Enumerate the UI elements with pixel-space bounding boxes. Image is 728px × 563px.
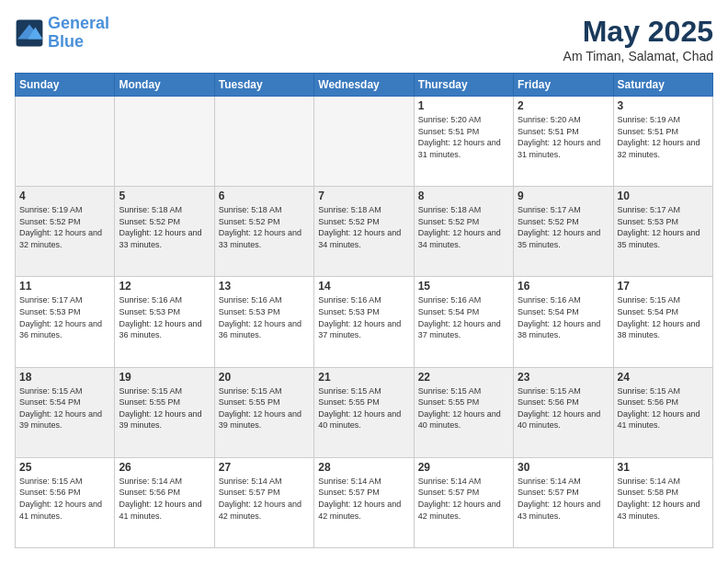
logo-icon bbox=[15, 18, 44, 48]
day-info: Sunrise: 5:18 AMSunset: 5:52 PMDaylight:… bbox=[219, 204, 310, 250]
day-number: 12 bbox=[119, 280, 210, 293]
day-number: 28 bbox=[318, 461, 409, 474]
day-info: Sunrise: 5:16 AMSunset: 5:53 PMDaylight:… bbox=[318, 294, 409, 340]
day-number: 22 bbox=[418, 371, 509, 384]
day-number: 5 bbox=[119, 190, 210, 202]
calendar-cell bbox=[16, 97, 115, 187]
day-number: 11 bbox=[19, 280, 110, 293]
day-number: 1 bbox=[418, 99, 509, 112]
day-info: Sunrise: 5:18 AMSunset: 5:52 PMDaylight:… bbox=[318, 204, 409, 250]
calendar-cell: 1Sunrise: 5:20 AMSunset: 5:51 PMDaylight… bbox=[414, 97, 513, 187]
calendar-cell: 24Sunrise: 5:15 AMSunset: 5:56 PMDayligh… bbox=[613, 367, 712, 457]
calendar-cell: 19Sunrise: 5:15 AMSunset: 5:55 PMDayligh… bbox=[115, 367, 214, 457]
day-info: Sunrise: 5:14 AMSunset: 5:57 PMDaylight:… bbox=[518, 476, 609, 522]
month-title: May 2025 bbox=[563, 15, 713, 49]
calendar-cell: 6Sunrise: 5:18 AMSunset: 5:52 PMDaylight… bbox=[214, 187, 313, 277]
day-number: 14 bbox=[318, 280, 409, 293]
day-info: Sunrise: 5:14 AMSunset: 5:58 PMDaylight:… bbox=[618, 476, 709, 522]
day-info: Sunrise: 5:15 AMSunset: 5:56 PMDaylight:… bbox=[19, 476, 110, 522]
day-info: Sunrise: 5:18 AMSunset: 5:52 PMDaylight:… bbox=[418, 204, 509, 250]
day-number: 20 bbox=[219, 371, 310, 384]
day-number: 17 bbox=[618, 280, 709, 293]
week-row-4: 18Sunrise: 5:15 AMSunset: 5:54 PMDayligh… bbox=[16, 367, 713, 457]
calendar-cell: 8Sunrise: 5:18 AMSunset: 5:52 PMDaylight… bbox=[414, 187, 513, 277]
day-info: Sunrise: 5:20 AMSunset: 5:51 PMDaylight:… bbox=[418, 114, 509, 160]
day-number: 9 bbox=[518, 190, 609, 202]
calendar-header-row: SundayMondayTuesdayWednesdayThursdayFrid… bbox=[16, 74, 713, 97]
day-info: Sunrise: 5:18 AMSunset: 5:52 PMDaylight:… bbox=[119, 204, 210, 250]
day-info: Sunrise: 5:14 AMSunset: 5:57 PMDaylight:… bbox=[318, 476, 409, 522]
day-info: Sunrise: 5:15 AMSunset: 5:54 PMDaylight:… bbox=[618, 294, 709, 340]
day-info: Sunrise: 5:19 AMSunset: 5:52 PMDaylight:… bbox=[19, 204, 110, 250]
day-info: Sunrise: 5:15 AMSunset: 5:56 PMDaylight:… bbox=[618, 385, 709, 431]
day-number: 13 bbox=[219, 280, 310, 293]
day-info: Sunrise: 5:20 AMSunset: 5:51 PMDaylight:… bbox=[518, 114, 609, 160]
logo-text: General Blue bbox=[48, 15, 109, 52]
day-number: 19 bbox=[119, 371, 210, 384]
calendar-cell: 12Sunrise: 5:16 AMSunset: 5:53 PMDayligh… bbox=[115, 277, 214, 367]
header-tuesday: Tuesday bbox=[214, 74, 313, 97]
day-info: Sunrise: 5:14 AMSunset: 5:56 PMDaylight:… bbox=[119, 476, 210, 522]
calendar-cell: 25Sunrise: 5:15 AMSunset: 5:56 PMDayligh… bbox=[16, 457, 115, 547]
day-number: 4 bbox=[19, 190, 110, 202]
header-thursday: Thursday bbox=[414, 74, 513, 97]
day-number: 2 bbox=[518, 99, 609, 112]
calendar-cell: 22Sunrise: 5:15 AMSunset: 5:55 PMDayligh… bbox=[414, 367, 513, 457]
day-info: Sunrise: 5:15 AMSunset: 5:55 PMDaylight:… bbox=[219, 385, 310, 431]
header-friday: Friday bbox=[514, 74, 613, 97]
logo-blue: Blue bbox=[48, 32, 84, 51]
header-wednesday: Wednesday bbox=[314, 74, 414, 97]
calendar-cell: 15Sunrise: 5:16 AMSunset: 5:54 PMDayligh… bbox=[414, 277, 513, 367]
day-number: 24 bbox=[618, 371, 709, 384]
calendar-cell: 10Sunrise: 5:17 AMSunset: 5:53 PMDayligh… bbox=[613, 187, 712, 277]
logo-general: General bbox=[48, 14, 109, 32]
calendar-cell bbox=[314, 97, 414, 187]
calendar-cell: 4Sunrise: 5:19 AMSunset: 5:52 PMDaylight… bbox=[16, 187, 115, 277]
calendar-cell: 23Sunrise: 5:15 AMSunset: 5:56 PMDayligh… bbox=[514, 367, 613, 457]
calendar-cell: 27Sunrise: 5:14 AMSunset: 5:57 PMDayligh… bbox=[214, 457, 313, 547]
calendar-cell: 9Sunrise: 5:17 AMSunset: 5:52 PMDaylight… bbox=[514, 187, 613, 277]
week-row-1: 1Sunrise: 5:20 AMSunset: 5:51 PMDaylight… bbox=[16, 97, 713, 187]
day-info: Sunrise: 5:17 AMSunset: 5:53 PMDaylight:… bbox=[618, 204, 709, 250]
calendar-cell: 31Sunrise: 5:14 AMSunset: 5:58 PMDayligh… bbox=[613, 457, 712, 547]
day-info: Sunrise: 5:16 AMSunset: 5:53 PMDaylight:… bbox=[219, 294, 310, 340]
day-number: 6 bbox=[219, 190, 310, 202]
calendar-cell bbox=[214, 97, 313, 187]
day-number: 16 bbox=[518, 280, 609, 293]
day-number: 3 bbox=[618, 99, 709, 112]
day-info: Sunrise: 5:16 AMSunset: 5:53 PMDaylight:… bbox=[119, 294, 210, 340]
day-number: 10 bbox=[618, 190, 709, 202]
day-number: 23 bbox=[518, 371, 609, 384]
day-number: 26 bbox=[119, 461, 210, 474]
calendar-cell: 26Sunrise: 5:14 AMSunset: 5:56 PMDayligh… bbox=[115, 457, 214, 547]
day-info: Sunrise: 5:15 AMSunset: 5:55 PMDaylight:… bbox=[318, 385, 409, 431]
logo: General Blue bbox=[15, 15, 109, 52]
day-info: Sunrise: 5:17 AMSunset: 5:52 PMDaylight:… bbox=[518, 204, 609, 250]
calendar: SundayMondayTuesdayWednesdayThursdayFrid… bbox=[15, 73, 713, 548]
header-sunday: Sunday bbox=[16, 74, 115, 97]
calendar-cell: 20Sunrise: 5:15 AMSunset: 5:55 PMDayligh… bbox=[214, 367, 313, 457]
day-number: 29 bbox=[418, 461, 509, 474]
day-number: 8 bbox=[418, 190, 509, 202]
day-number: 25 bbox=[19, 461, 110, 474]
day-info: Sunrise: 5:19 AMSunset: 5:51 PMDaylight:… bbox=[618, 114, 709, 160]
day-info: Sunrise: 5:17 AMSunset: 5:53 PMDaylight:… bbox=[19, 294, 110, 340]
calendar-cell: 13Sunrise: 5:16 AMSunset: 5:53 PMDayligh… bbox=[214, 277, 313, 367]
day-number: 15 bbox=[418, 280, 509, 293]
day-info: Sunrise: 5:16 AMSunset: 5:54 PMDaylight:… bbox=[518, 294, 609, 340]
day-info: Sunrise: 5:15 AMSunset: 5:55 PMDaylight:… bbox=[418, 385, 509, 431]
day-info: Sunrise: 5:14 AMSunset: 5:57 PMDaylight:… bbox=[219, 476, 310, 522]
day-info: Sunrise: 5:15 AMSunset: 5:54 PMDaylight:… bbox=[19, 385, 110, 431]
location: Am Timan, Salamat, Chad bbox=[563, 49, 713, 63]
calendar-cell bbox=[115, 97, 214, 187]
calendar-cell: 14Sunrise: 5:16 AMSunset: 5:53 PMDayligh… bbox=[314, 277, 414, 367]
day-number: 27 bbox=[219, 461, 310, 474]
day-number: 31 bbox=[618, 461, 709, 474]
day-info: Sunrise: 5:16 AMSunset: 5:54 PMDaylight:… bbox=[418, 294, 509, 340]
calendar-cell: 7Sunrise: 5:18 AMSunset: 5:52 PMDaylight… bbox=[314, 187, 414, 277]
day-number: 18 bbox=[19, 371, 110, 384]
calendar-cell: 18Sunrise: 5:15 AMSunset: 5:54 PMDayligh… bbox=[16, 367, 115, 457]
calendar-cell: 30Sunrise: 5:14 AMSunset: 5:57 PMDayligh… bbox=[514, 457, 613, 547]
week-row-2: 4Sunrise: 5:19 AMSunset: 5:52 PMDaylight… bbox=[16, 187, 713, 277]
header-monday: Monday bbox=[115, 74, 214, 97]
